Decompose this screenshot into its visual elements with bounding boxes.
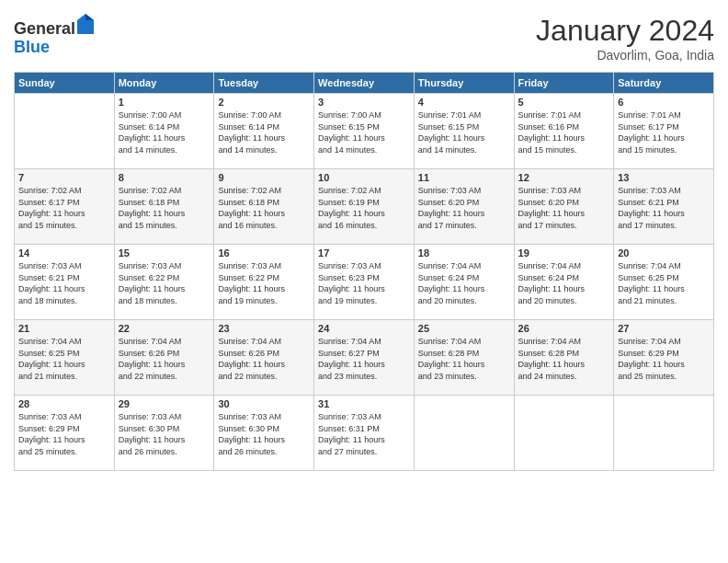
table-row: 15Sunrise: 7:03 AM Sunset: 6:22 PM Dayli… xyxy=(114,245,214,320)
day-number: 6 xyxy=(618,97,710,108)
day-info: Sunrise: 7:03 AM Sunset: 6:30 PM Dayligh… xyxy=(218,411,310,457)
logo-icon xyxy=(77,14,94,34)
table-row: 2Sunrise: 7:00 AM Sunset: 6:14 PM Daylig… xyxy=(214,94,314,169)
table-row: 22Sunrise: 7:04 AM Sunset: 6:26 PM Dayli… xyxy=(114,320,214,396)
day-info: Sunrise: 7:04 AM Sunset: 6:28 PM Dayligh… xyxy=(418,336,510,382)
day-info: Sunrise: 7:04 AM Sunset: 6:25 PM Dayligh… xyxy=(618,260,710,306)
calendar-week-row: 1Sunrise: 7:00 AM Sunset: 6:14 PM Daylig… xyxy=(15,94,714,169)
table-row: 20Sunrise: 7:04 AM Sunset: 6:25 PM Dayli… xyxy=(614,245,714,320)
col-friday: Friday xyxy=(514,73,614,94)
day-number: 21 xyxy=(18,323,110,334)
table-row xyxy=(514,396,614,471)
table-row: 5Sunrise: 7:01 AM Sunset: 6:16 PM Daylig… xyxy=(514,94,614,169)
table-row: 8Sunrise: 7:02 AM Sunset: 6:18 PM Daylig… xyxy=(114,169,214,245)
day-info: Sunrise: 7:04 AM Sunset: 6:27 PM Dayligh… xyxy=(318,336,410,382)
table-row: 3Sunrise: 7:00 AM Sunset: 6:15 PM Daylig… xyxy=(314,94,415,169)
table-row: 13Sunrise: 7:03 AM Sunset: 6:21 PM Dayli… xyxy=(614,169,714,245)
col-monday: Monday xyxy=(114,73,214,94)
day-number: 30 xyxy=(218,398,310,409)
day-info: Sunrise: 7:03 AM Sunset: 6:31 PM Dayligh… xyxy=(318,411,410,457)
day-number: 9 xyxy=(218,172,310,183)
day-info: Sunrise: 7:04 AM Sunset: 6:26 PM Dayligh… xyxy=(119,336,210,382)
table-row: 9Sunrise: 7:02 AM Sunset: 6:18 PM Daylig… xyxy=(214,169,314,245)
day-info: Sunrise: 7:04 AM Sunset: 6:29 PM Dayligh… xyxy=(618,336,710,382)
table-row: 11Sunrise: 7:03 AM Sunset: 6:20 PM Dayli… xyxy=(414,169,514,245)
day-number: 27 xyxy=(618,323,710,334)
day-number: 14 xyxy=(18,247,110,259)
table-row: 4Sunrise: 7:01 AM Sunset: 6:15 PM Daylig… xyxy=(414,94,514,169)
calendar-table: Sunday Monday Tuesday Wednesday Thursday… xyxy=(14,72,714,471)
day-info: Sunrise: 7:03 AM Sunset: 6:21 PM Dayligh… xyxy=(618,185,710,231)
col-tuesday: Tuesday xyxy=(214,73,314,94)
day-number: 18 xyxy=(418,247,510,259)
day-info: Sunrise: 7:01 AM Sunset: 6:16 PM Dayligh… xyxy=(518,109,610,155)
page-container: General Blue January 2024 Davorlim, Goa,… xyxy=(0,0,728,480)
day-number: 19 xyxy=(518,247,610,259)
day-number: 23 xyxy=(218,323,310,334)
col-sunday: Sunday xyxy=(15,73,115,94)
calendar-week-row: 14Sunrise: 7:03 AM Sunset: 6:21 PM Dayli… xyxy=(15,245,714,320)
day-number: 17 xyxy=(318,247,410,259)
table-row: 31Sunrise: 7:03 AM Sunset: 6:31 PM Dayli… xyxy=(314,396,415,471)
calendar-header-row: Sunday Monday Tuesday Wednesday Thursday… xyxy=(15,73,714,94)
table-row: 30Sunrise: 7:03 AM Sunset: 6:30 PM Dayli… xyxy=(214,396,314,471)
day-number: 2 xyxy=(218,97,310,108)
day-info: Sunrise: 7:04 AM Sunset: 6:24 PM Dayligh… xyxy=(518,260,610,306)
table-row: 29Sunrise: 7:03 AM Sunset: 6:30 PM Dayli… xyxy=(114,396,214,471)
table-row xyxy=(614,396,714,471)
day-number: 4 xyxy=(418,97,510,108)
table-row: 26Sunrise: 7:04 AM Sunset: 6:28 PM Dayli… xyxy=(514,320,614,396)
day-number: 20 xyxy=(618,247,710,259)
day-number: 25 xyxy=(418,323,510,334)
day-info: Sunrise: 7:00 AM Sunset: 6:14 PM Dayligh… xyxy=(218,109,310,155)
day-info: Sunrise: 7:02 AM Sunset: 6:19 PM Dayligh… xyxy=(318,185,410,231)
day-info: Sunrise: 7:03 AM Sunset: 6:21 PM Dayligh… xyxy=(18,260,110,306)
day-info: Sunrise: 7:04 AM Sunset: 6:26 PM Dayligh… xyxy=(218,336,310,382)
day-info: Sunrise: 7:03 AM Sunset: 6:30 PM Dayligh… xyxy=(119,411,210,457)
table-row: 21Sunrise: 7:04 AM Sunset: 6:25 PM Dayli… xyxy=(15,320,115,396)
day-info: Sunrise: 7:03 AM Sunset: 6:29 PM Dayligh… xyxy=(18,411,110,457)
day-info: Sunrise: 7:02 AM Sunset: 6:18 PM Dayligh… xyxy=(119,185,210,231)
table-row xyxy=(15,94,115,169)
table-row: 23Sunrise: 7:04 AM Sunset: 6:26 PM Dayli… xyxy=(214,320,314,396)
calendar-week-row: 21Sunrise: 7:04 AM Sunset: 6:25 PM Dayli… xyxy=(15,320,714,396)
day-number: 13 xyxy=(618,172,710,183)
table-row: 19Sunrise: 7:04 AM Sunset: 6:24 PM Dayli… xyxy=(514,245,614,320)
day-info: Sunrise: 7:00 AM Sunset: 6:14 PM Dayligh… xyxy=(119,109,210,155)
day-info: Sunrise: 7:04 AM Sunset: 6:28 PM Dayligh… xyxy=(518,336,610,382)
table-row: 1Sunrise: 7:00 AM Sunset: 6:14 PM Daylig… xyxy=(114,94,214,169)
day-info: Sunrise: 7:00 AM Sunset: 6:15 PM Dayligh… xyxy=(318,109,410,155)
day-info: Sunrise: 7:01 AM Sunset: 6:15 PM Dayligh… xyxy=(418,109,510,155)
day-number: 10 xyxy=(318,172,410,183)
logo-blue-text: Blue xyxy=(14,38,50,56)
table-row: 27Sunrise: 7:04 AM Sunset: 6:29 PM Dayli… xyxy=(614,320,714,396)
day-info: Sunrise: 7:03 AM Sunset: 6:20 PM Dayligh… xyxy=(418,185,510,231)
svg-marker-1 xyxy=(85,14,94,20)
day-info: Sunrise: 7:03 AM Sunset: 6:22 PM Dayligh… xyxy=(119,260,210,306)
day-number: 3 xyxy=(318,97,410,108)
day-number: 1 xyxy=(119,97,210,108)
day-info: Sunrise: 7:02 AM Sunset: 6:17 PM Dayligh… xyxy=(18,185,110,231)
location-text: Davorlim, Goa, India xyxy=(536,48,714,63)
day-number: 29 xyxy=(119,398,210,409)
day-info: Sunrise: 7:03 AM Sunset: 6:22 PM Dayligh… xyxy=(218,260,310,306)
table-row: 16Sunrise: 7:03 AM Sunset: 6:22 PM Dayli… xyxy=(214,245,314,320)
day-info: Sunrise: 7:03 AM Sunset: 6:20 PM Dayligh… xyxy=(518,185,610,231)
day-number: 12 xyxy=(518,172,610,183)
table-row: 17Sunrise: 7:03 AM Sunset: 6:23 PM Dayli… xyxy=(314,245,415,320)
day-info: Sunrise: 7:04 AM Sunset: 6:24 PM Dayligh… xyxy=(418,260,510,306)
day-number: 26 xyxy=(518,323,610,334)
logo-general-text: General xyxy=(14,19,75,38)
day-number: 15 xyxy=(119,247,210,259)
day-info: Sunrise: 7:01 AM Sunset: 6:17 PM Dayligh… xyxy=(618,109,710,155)
table-row: 14Sunrise: 7:03 AM Sunset: 6:21 PM Dayli… xyxy=(15,245,115,320)
day-number: 5 xyxy=(518,97,610,108)
table-row: 18Sunrise: 7:04 AM Sunset: 6:24 PM Dayli… xyxy=(414,245,514,320)
table-row: 12Sunrise: 7:03 AM Sunset: 6:20 PM Dayli… xyxy=(514,169,614,245)
page-header: General Blue January 2024 Davorlim, Goa,… xyxy=(14,14,714,63)
day-number: 24 xyxy=(318,323,410,334)
day-number: 8 xyxy=(119,172,210,183)
table-row xyxy=(414,396,514,471)
table-row: 25Sunrise: 7:04 AM Sunset: 6:28 PM Dayli… xyxy=(414,320,514,396)
table-row: 28Sunrise: 7:03 AM Sunset: 6:29 PM Dayli… xyxy=(15,396,115,471)
